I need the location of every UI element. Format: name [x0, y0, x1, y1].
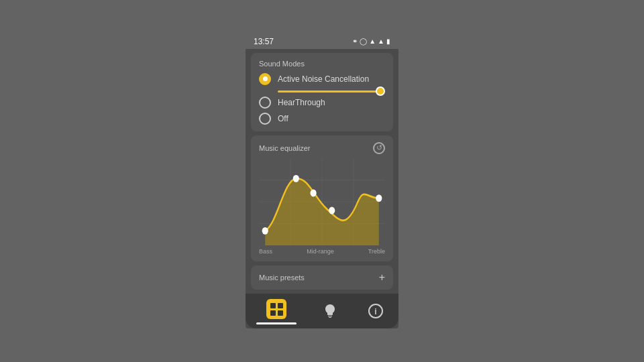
eq-chart	[259, 158, 385, 245]
equalizer-tab-icon	[266, 299, 286, 319]
equalizer-card: Music equalizer ↺	[251, 135, 393, 261]
treble-label: Treble	[368, 248, 385, 255]
hearthrough-label: HearThrough	[278, 98, 325, 107]
eq-curve-svg	[259, 158, 385, 245]
wifi-icon: ▲	[378, 38, 384, 45]
circle-icon: ◯	[360, 38, 367, 45]
add-preset-icon[interactable]: +	[379, 272, 385, 283]
anc-slider-row	[259, 89, 385, 97]
status-bar: 13:57 ⚭ ◯ ▲ ▲ ▮	[246, 34, 398, 49]
off-radio[interactable]	[259, 113, 271, 125]
grid-cell-1	[270, 303, 276, 308]
phone-container: 13:57 ⚭ ◯ ▲ ▲ ▮ Sound Modes Active Noise…	[246, 34, 398, 328]
eq-point-4[interactable]	[329, 206, 335, 214]
hearthrough-radio[interactable]	[259, 97, 271, 109]
signal-icon: ▲	[369, 38, 376, 45]
eq-point-3[interactable]	[310, 189, 316, 196]
bottom-nav: i	[246, 294, 398, 328]
anc-radio[interactable]	[259, 73, 271, 85]
bass-label: Bass	[259, 248, 272, 255]
anc-label: Active Noise Cancellation	[278, 74, 369, 84]
screen-content: Sound Modes Active Noise Cancellation He…	[246, 49, 398, 328]
hearthrough-option[interactable]: HearThrough	[259, 97, 385, 109]
eq-header: Music equalizer ↺	[259, 142, 385, 154]
eq-point-1[interactable]	[262, 227, 268, 234]
nav-item-tips[interactable]	[318, 299, 342, 323]
music-presets-row[interactable]: Music presets +	[251, 265, 393, 290]
bluetooth-icon: ⚭	[352, 38, 358, 45]
nav-icon-equalizer-wrap	[264, 297, 288, 321]
eq-reset-button[interactable]: ↺	[373, 142, 385, 154]
status-time: 13:57	[254, 37, 274, 46]
off-option[interactable]: Off	[259, 113, 385, 125]
grid-cell-3	[270, 310, 276, 316]
battery-icon: ▮	[386, 38, 390, 45]
eq-title: Music equalizer	[259, 144, 310, 152]
eq-labels: Bass Mid-range Treble	[259, 248, 385, 255]
lightbulb-icon	[322, 303, 338, 319]
info-icon: i	[368, 303, 384, 319]
anc-slider-thumb[interactable]	[376, 86, 385, 96]
anc-option[interactable]: Active Noise Cancellation	[259, 73, 385, 85]
eq-point-5[interactable]	[376, 194, 382, 202]
anc-slider-track[interactable]	[278, 90, 385, 93]
nav-active-indicator	[256, 322, 297, 324]
nav-icon-tips-wrap	[318, 299, 342, 323]
status-icons: ⚭ ◯ ▲ ▲ ▮	[352, 38, 390, 45]
off-label: Off	[278, 114, 288, 123]
nav-item-info[interactable]: i	[364, 299, 388, 323]
sound-modes-title: Sound Modes	[259, 60, 385, 68]
eq-reset-icon: ↺	[376, 143, 382, 152]
anc-radio-inner	[263, 76, 268, 81]
nav-icon-info-wrap: i	[364, 299, 388, 323]
music-presets-label: Music presets	[259, 274, 305, 282]
grid-cell-2	[278, 303, 283, 308]
nav-item-equalizer[interactable]	[256, 297, 297, 324]
grid-icon	[267, 300, 286, 319]
eq-point-2[interactable]	[293, 174, 299, 182]
grid-cell-4	[278, 310, 283, 316]
mid-range-label: Mid-range	[307, 248, 334, 255]
svg-text:i: i	[374, 306, 376, 316]
sound-modes-card: Sound Modes Active Noise Cancellation He…	[251, 53, 393, 131]
